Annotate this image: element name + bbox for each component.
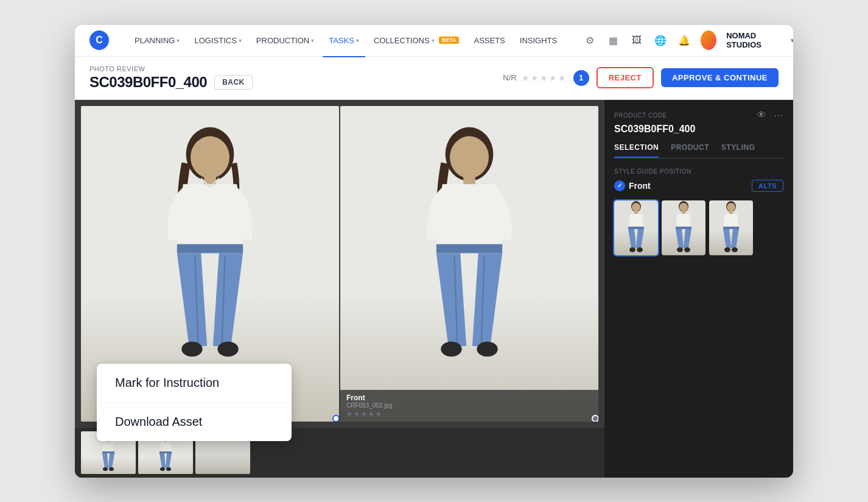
nav-planning[interactable]: PLANNING ▾: [128, 32, 186, 49]
chevron-down-icon: ▾: [356, 37, 359, 44]
eye-icon[interactable]: 👁: [757, 110, 766, 121]
bell-icon[interactable]: 🔔: [677, 32, 691, 49]
svg-rect-19: [102, 451, 114, 453]
svg-rect-36: [682, 211, 685, 214]
back-button[interactable]: BACK: [214, 75, 253, 90]
chevron-down-icon: ▾: [177, 37, 180, 44]
nav-logistics[interactable]: LOGISTICS ▾: [188, 32, 247, 49]
star-rating[interactable]: ★ ★ ★ ★ ★: [522, 73, 566, 83]
alts-button[interactable]: ALTS: [752, 180, 783, 192]
panel-tabs: SELECTION PRODUCT STYLING: [614, 143, 783, 158]
photo-label-file: CRF053_002.jpg: [346, 402, 592, 409]
context-menu: Mark for Instruction Download Asset: [97, 364, 292, 441]
photo-star-2[interactable]: ★: [354, 410, 360, 418]
svg-rect-3: [177, 244, 243, 253]
svg-point-7: [217, 342, 238, 357]
svg-point-6: [181, 342, 202, 357]
context-menu-mark-instruction[interactable]: Mark for Instruction: [97, 364, 292, 403]
photo-slot-2[interactable]: Front CRF053_002.jpg ★ ★ ★ ★ ★: [340, 106, 598, 422]
photo-label-2: Front CRF053_002.jpg ★ ★ ★ ★ ★: [340, 390, 598, 422]
photo-label-stars: ★ ★ ★ ★ ★: [346, 410, 592, 418]
product-code-label: PRODUCT CODE: [614, 112, 667, 119]
more-options-icon[interactable]: ⋯: [774, 110, 783, 121]
star-2[interactable]: ★: [531, 73, 539, 83]
main-nav: PLANNING ▾ LOGISTICS ▾ PRODUCTION ▾ TASK…: [128, 32, 563, 49]
nav-assets[interactable]: ASSETS: [467, 32, 511, 49]
user-name[interactable]: NOMAD STUDIOS: [726, 31, 781, 49]
svg-rect-25: [159, 451, 172, 453]
svg-point-20: [103, 467, 108, 471]
product-code-value: SC039B0FF0_400: [614, 124, 783, 135]
style-thumb-2[interactable]: [662, 200, 705, 255]
page-header: PHOTO REVIEW SC039B0FF0_400 BACK N/R ★ ★…: [75, 57, 793, 100]
style-thumb-model-3: [716, 200, 746, 255]
chevron-down-icon: ▾: [432, 37, 435, 44]
topbar: C PLANNING ▾ LOGISTICS ▾ PRODUCTION ▾ TA…: [75, 25, 793, 57]
svg-point-39: [684, 247, 690, 252]
globe-icon[interactable]: 🌐: [654, 32, 668, 49]
star-5[interactable]: ★: [558, 73, 566, 83]
style-thumb-1[interactable]: [614, 200, 658, 255]
check-icon: ✓: [614, 180, 625, 191]
page-header-right: N/R ★ ★ ★ ★ ★ 1 REJECT APPROVE & CONTINU…: [503, 67, 779, 88]
style-thumb-bg-3: [709, 200, 753, 255]
position-label: Front: [629, 181, 651, 191]
reject-button[interactable]: REJECT: [597, 67, 654, 88]
svg-point-33: [637, 247, 643, 252]
star-1[interactable]: ★: [522, 73, 530, 83]
nav-tasks[interactable]: TASKS ▾: [323, 32, 365, 49]
style-guide-row: ✓ Front ALTS: [614, 180, 783, 192]
svg-point-41: [727, 203, 735, 211]
svg-point-27: [166, 467, 171, 471]
chevron-down-icon: ▾: [239, 37, 242, 44]
logo[interactable]: C: [89, 30, 109, 50]
svg-point-15: [477, 342, 497, 357]
photo-star-5[interactable]: ★: [376, 410, 382, 418]
star-4[interactable]: ★: [549, 73, 557, 83]
user-chevron-icon[interactable]: ▾: [791, 37, 793, 44]
approve-continue-button[interactable]: APPROVE & CONTINUE: [661, 68, 779, 87]
tab-product[interactable]: PRODUCT: [671, 143, 709, 158]
nav-insights[interactable]: INSIGHTS: [514, 32, 563, 49]
avatar-image: [701, 30, 716, 50]
settings-icon[interactable]: ⚙: [583, 32, 597, 49]
photo-star-4[interactable]: ★: [368, 410, 374, 418]
right-panel: PRODUCT CODE 👁 ⋯ SC039B0FF0_400 SELECTIO…: [604, 100, 793, 478]
resize-handle-2-br[interactable]: [592, 415, 598, 422]
svg-point-1: [191, 136, 229, 179]
tab-selection[interactable]: SELECTION: [614, 143, 659, 158]
style-thumbnails: [614, 200, 783, 255]
photo-star-1[interactable]: ★: [346, 410, 352, 418]
context-menu-download-asset[interactable]: Download Asset: [97, 403, 292, 441]
svg-rect-30: [634, 211, 638, 214]
page-title-row: SC039B0FF0_400 BACK: [89, 74, 253, 91]
svg-rect-42: [729, 211, 733, 214]
grid-icon[interactable]: ▦: [606, 32, 620, 49]
image-icon[interactable]: 🖼: [630, 32, 644, 49]
topbar-right: ⚙ ▦ 🖼 🌐 🔔 NOMAD STUDIOS ▾: [583, 30, 793, 50]
beta-badge: BETA: [439, 37, 460, 44]
svg-rect-37: [676, 227, 691, 229]
style-thumb-bg-2: [662, 200, 705, 255]
nav-production[interactable]: PRODUCTION ▾: [250, 32, 320, 49]
svg-rect-43: [723, 227, 739, 229]
chevron-down-icon: ▾: [311, 37, 314, 44]
svg-point-21: [109, 467, 114, 471]
position-badge: ✓ Front: [614, 180, 651, 191]
nav-collections[interactable]: COLLECTIONS ▾ BETA: [368, 32, 466, 49]
model-figure-2: [340, 106, 598, 422]
panel-icons: 👁 ⋯: [757, 110, 783, 121]
style-thumb-3[interactable]: [709, 200, 753, 255]
avatar[interactable]: [701, 30, 716, 50]
photo-star-3[interactable]: ★: [361, 410, 367, 418]
resize-handle-br[interactable]: [332, 415, 339, 422]
svg-point-45: [732, 247, 738, 252]
tab-styling[interactable]: STYLING: [721, 143, 755, 158]
svg-point-32: [629, 247, 635, 252]
page-title: SC039B0FF0_400: [89, 74, 207, 91]
star-3[interactable]: ★: [540, 73, 548, 83]
style-thumb-model-1: [621, 200, 651, 255]
svg-point-9: [450, 136, 489, 179]
style-thumb-bg-1: [614, 200, 658, 255]
page-header-left: PHOTO REVIEW SC039B0FF0_400 BACK: [89, 65, 253, 91]
